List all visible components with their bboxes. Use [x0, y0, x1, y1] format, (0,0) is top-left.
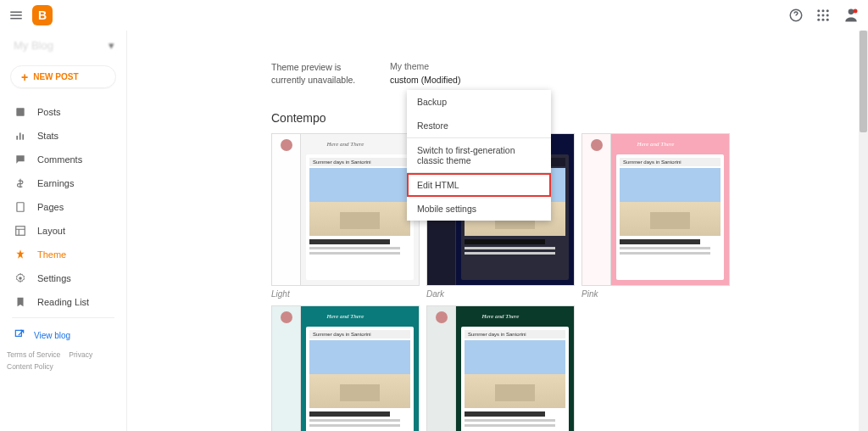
comments-icon — [14, 154, 27, 165]
theme-thumb: Here and ThereSummer days in Santorini — [271, 133, 420, 286]
new-post-label: NEW POST — [33, 72, 78, 81]
theme-thumb: Here and ThereSummer days in Santorini — [426, 305, 575, 431]
theme-name: Dark — [426, 286, 575, 299]
plus-icon: + — [21, 73, 28, 81]
top-bar: B — [0, 0, 868, 31]
svg-rect-13 — [16, 136, 18, 140]
blog-name: My Blog — [14, 39, 53, 52]
sidebar-label: Stats — [37, 131, 58, 141]
sidebar-item-layout[interactable]: Layout — [0, 219, 126, 243]
sidebar-label: Layout — [37, 226, 65, 236]
sidebar-item-settings[interactable]: Settings — [0, 266, 126, 290]
svg-point-5 — [822, 14, 825, 17]
svg-point-10 — [849, 9, 854, 15]
help-icon[interactable] — [788, 8, 804, 23]
svg-rect-14 — [19, 133, 21, 140]
user-avatar[interactable] — [843, 7, 860, 24]
sidebar-item-earnings[interactable]: Earnings — [0, 171, 126, 195]
pages-icon — [14, 201, 27, 213]
svg-rect-16 — [17, 203, 24, 212]
svg-point-2 — [822, 9, 825, 12]
svg-point-18 — [19, 277, 22, 280]
sidebar-nav: Posts Stats Comments Earnings Pages Layo… — [0, 100, 126, 314]
sidebar-item-stats[interactable]: Stats — [0, 124, 126, 148]
sidebar-label: Comments — [37, 154, 82, 165]
view-blog-label: View blog — [34, 331, 70, 340]
svg-point-4 — [817, 14, 820, 17]
menu-item-restore[interactable]: Restore — [407, 114, 551, 137]
top-bar-right — [788, 7, 860, 24]
svg-point-6 — [826, 14, 829, 17]
theme-name: Pink — [581, 286, 730, 299]
legal-links: Terms of Service Privacy — [0, 349, 126, 361]
svg-point-3 — [826, 9, 829, 12]
scrollbar-thumb[interactable] — [860, 31, 867, 132]
apps-icon[interactable] — [815, 8, 831, 23]
settings-icon — [14, 272, 27, 284]
blog-selector[interactable]: My Blog ▾ — [0, 34, 126, 60]
sidebar-item-posts[interactable]: Posts — [0, 100, 126, 124]
svg-rect-17 — [16, 227, 25, 236]
sidebar-label: Settings — [37, 273, 71, 283]
privacy-link[interactable]: Privacy — [69, 350, 92, 359]
external-link-icon — [14, 328, 25, 342]
svg-point-9 — [826, 19, 829, 21]
theme-card-teal[interactable]: Here and ThereSummer days in SantoriniTe… — [271, 305, 420, 431]
theme-name: Light — [271, 286, 420, 299]
theme-thumb: Here and ThereSummer days in Santorini — [271, 305, 420, 431]
stats-icon — [14, 130, 27, 142]
sidebar-label: Pages — [37, 202, 64, 212]
svg-rect-15 — [22, 134, 24, 139]
reading-list-icon — [14, 296, 27, 308]
menu-item-edit-html[interactable]: Edit HTML — [407, 173, 551, 197]
divider — [12, 317, 114, 318]
top-bar-left: B — [8, 5, 53, 25]
svg-point-11 — [854, 9, 858, 14]
content-policy-link[interactable]: Content Policy — [0, 361, 126, 372]
theme-icon — [14, 249, 27, 260]
preview-unavailable: Theme preview is currently unavailable. — [271, 61, 364, 86]
svg-point-1 — [817, 9, 820, 12]
sidebar: My Blog ▾ + NEW POST Posts Stats Comment… — [0, 31, 127, 431]
sidebar-item-reading-list[interactable]: Reading List — [0, 290, 126, 314]
menu-icon[interactable] — [8, 8, 24, 23]
blogger-logo[interactable]: B — [32, 5, 53, 25]
sidebar-item-comments[interactable]: Comments — [0, 148, 126, 171]
menu-item-backup[interactable]: Backup — [407, 90, 551, 114]
menu-item-switch-to-first-generation-classic-theme[interactable]: Switch to first-generation classic theme — [407, 138, 551, 172]
theme-preview-row: Theme preview is currently unavailable. … — [161, 31, 834, 94]
sidebar-item-theme[interactable]: Theme — [0, 243, 126, 266]
svg-rect-12 — [16, 108, 24, 115]
theme-card-pink[interactable]: Here and ThereSummer days in SantoriniPi… — [581, 133, 730, 299]
sidebar-label: Theme — [37, 249, 66, 260]
view-blog-link[interactable]: View blog — [0, 322, 126, 349]
svg-point-8 — [822, 19, 825, 21]
my-theme-block: My theme custom (Modified) — [390, 61, 460, 86]
sidebar-label: Posts — [37, 107, 61, 117]
my-theme-value: custom (Modified) — [390, 75, 460, 85]
logo-letter: B — [38, 8, 47, 22]
my-theme-label: My theme — [390, 61, 460, 71]
sidebar-item-pages[interactable]: Pages — [0, 195, 126, 219]
sidebar-label: Earnings — [37, 178, 74, 188]
chevron-down-icon: ▾ — [108, 39, 114, 52]
theme-thumb: Here and ThereSummer days in Santorini — [581, 133, 730, 286]
section-title: Contempo — [271, 111, 834, 125]
theme-actions-menu: BackupRestoreSwitch to first-generation … — [407, 90, 551, 221]
layout-icon — [14, 225, 27, 237]
theme-card-green[interactable]: Here and ThereSummer days in SantoriniGr… — [426, 305, 575, 431]
new-post-button[interactable]: + NEW POST — [10, 65, 116, 88]
scrollbar[interactable] — [859, 31, 868, 431]
svg-point-7 — [817, 19, 820, 21]
menu-item-mobile-settings[interactable]: Mobile settings — [407, 197, 551, 221]
posts-icon — [14, 106, 27, 118]
sidebar-label: Reading List — [37, 297, 89, 307]
theme-card-light[interactable]: Here and ThereSummer days in SantoriniLi… — [271, 133, 420, 299]
terms-link[interactable]: Terms of Service — [7, 350, 60, 359]
earnings-icon — [14, 177, 27, 189]
